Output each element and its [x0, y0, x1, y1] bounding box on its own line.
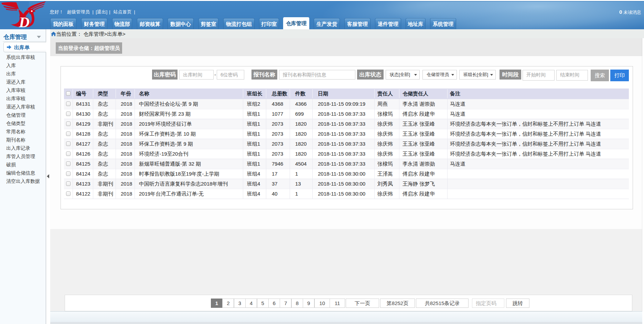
- svg-text:D: D: [19, 14, 30, 29]
